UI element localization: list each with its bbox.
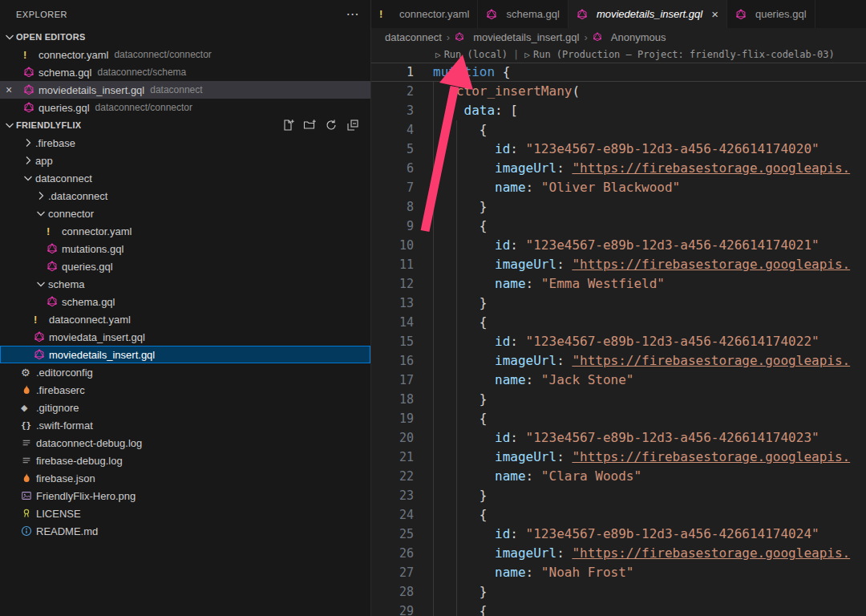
tree-item-moviedata_insert.gql[interactable]: moviedata_insert.gql [0, 328, 370, 346]
refresh-icon[interactable] [325, 119, 338, 132]
line-number[interactable]: 18 [371, 390, 414, 409]
line-number[interactable]: 1 [371, 63, 414, 81]
tab-queries.gql[interactable]: queries.gql [727, 0, 815, 28]
more-actions-icon[interactable]: ⋯ [346, 8, 360, 21]
code-line-content[interactable]: name: "Oliver Blackwood" [433, 178, 680, 197]
line-number[interactable]: 10 [371, 236, 414, 255]
line-number[interactable]: 19 [371, 409, 414, 428]
line-number[interactable]: 28 [371, 582, 414, 602]
line-number[interactable]: 27 [371, 563, 414, 582]
tree-item-dataconnect-debug.log[interactable]: dataconnect-debug.log [0, 434, 370, 452]
tree-item-connector[interactable]: connector [0, 205, 370, 222]
code-line-content[interactable]: name: "Emma Westfield" [433, 274, 665, 294]
line-number[interactable]: 13 [371, 294, 414, 313]
tree-item-firebase-debug.log[interactable]: firebase-debug.log [0, 452, 370, 469]
code-line-content[interactable]: } [433, 486, 487, 505]
line-number[interactable]: 22 [371, 467, 414, 486]
open-editor-schema.gql[interactable]: schema.gqldataconnect/schema [0, 63, 370, 81]
breadcrumb-item-dataconnect[interactable]: dataconnect [385, 31, 442, 43]
tree-item-queries.gql[interactable]: queries.gql [0, 257, 370, 275]
code-line-content[interactable]: id: "123e4567-e89b-12d3-a456-42661417402… [433, 525, 819, 544]
new-file-icon[interactable] [281, 119, 294, 132]
line-number[interactable]: 11 [371, 255, 414, 274]
code-line-content[interactable]: } [433, 390, 487, 409]
line-number[interactable]: 25 [371, 525, 414, 544]
line-number[interactable]: 5 [371, 140, 414, 159]
open-editor-moviedetails_insert.gql[interactable]: ×moviedetails_insert.gqldataconnect [0, 81, 370, 99]
line-number[interactable]: 6 [371, 159, 414, 178]
code-line-content[interactable]: name: "Noah Frost" [433, 563, 633, 582]
code-line-content[interactable]: } [433, 294, 487, 313]
tree-item-LICENSE[interactable]: LICENSE [0, 505, 370, 522]
line-number[interactable]: 4 [371, 120, 414, 140]
tree-item-FriendlyFlix-Hero.png[interactable]: FriendlyFlix-Hero.png [0, 487, 370, 505]
line-number[interactable]: 15 [371, 332, 414, 351]
code-line-content[interactable]: id: "123e4567-e89b-12d3-a456-42661417402… [433, 332, 819, 351]
line-number[interactable]: 12 [371, 274, 414, 294]
tab-close-icon[interactable]: × [711, 8, 718, 20]
codelens-Run (Production – Project: friendly-flix-codelab-03)[interactable]: ▷Run (Production – Project: friendly-fli… [524, 47, 834, 63]
open-editors-header[interactable]: OPEN EDITORS [0, 28, 370, 46]
line-number[interactable]: 23 [371, 486, 414, 505]
tree-item-app[interactable]: app [0, 152, 370, 169]
open-editor-connector.yaml[interactable]: !connector.yamldataconnect/connector [0, 46, 370, 63]
line-number[interactable]: 9 [371, 217, 414, 236]
tree-item-schema[interactable]: schema [0, 275, 370, 293]
breadcrumb-item-moviedetails_insert.gql[interactable]: moviedetails_insert.gql [455, 31, 579, 43]
open-editor-queries.gql[interactable]: queries.gqldataconnect/connector [0, 99, 370, 116]
line-number[interactable]: 29 [371, 602, 414, 616]
line-number[interactable]: 20 [371, 428, 414, 448]
code-line-content[interactable]: name: "Clara Woods" [433, 467, 641, 486]
tab-moviedetails_insert.gql[interactable]: moviedetails_insert.gql× [569, 0, 727, 28]
line-number[interactable]: 26 [371, 544, 414, 563]
code-line-content[interactable]: } [433, 582, 487, 602]
line-number[interactable]: 17 [371, 371, 414, 390]
code-line-content[interactable]: { [433, 409, 487, 428]
line-number[interactable]: 3 [371, 101, 414, 120]
code-line-content[interactable]: { [433, 313, 487, 332]
line-number[interactable]: 21 [371, 448, 414, 467]
line-number[interactable]: 7 [371, 178, 414, 197]
line-number[interactable]: 16 [371, 351, 414, 371]
code-line-content[interactable]: { [433, 602, 487, 616]
tree-item-.gitignore[interactable]: ◆.gitignore [0, 399, 370, 416]
code-line-content[interactable]: imageUrl: "https://firebasestorage.googl… [433, 159, 850, 178]
breadcrumb-item-Anonymous[interactable]: Anonymous [593, 31, 666, 43]
new-folder-icon[interactable] [303, 119, 316, 132]
tree-item-mutations.gql[interactable]: mutations.gql [0, 240, 370, 257]
folder-section-header[interactable]: FRIENDLYFLIX [0, 116, 370, 134]
code-line-content[interactable]: { [433, 217, 487, 236]
code-line-content[interactable]: } [433, 197, 487, 217]
code-line-content[interactable]: mutation { [433, 63, 510, 81]
collapse-all-icon[interactable] [346, 119, 359, 132]
tree-item-dataconnect.yaml[interactable]: !dataconnect.yaml [0, 310, 370, 328]
code-line-content[interactable]: imageUrl: "https://firebasestorage.googl… [433, 448, 850, 467]
line-number[interactable]: 14 [371, 313, 414, 332]
tree-item-.dataconnect[interactable]: .dataconnect [0, 187, 370, 205]
code-line-content[interactable]: imageUrl: "https://firebasestorage.googl… [433, 351, 850, 371]
code-line-content[interactable]: actor_insertMany( [433, 82, 580, 101]
line-number[interactable]: 2 [371, 82, 414, 101]
codelens-Run (local)[interactable]: ▷Run (local) [435, 47, 508, 63]
tab-connector.yaml[interactable]: !connector.yaml [371, 0, 478, 28]
code-line-content[interactable]: imageUrl: "https://firebasestorage.googl… [433, 544, 850, 563]
tree-item-.firebase[interactable]: .firebase [0, 134, 370, 152]
tab-schema.gql[interactable]: schema.gql [478, 0, 568, 28]
tree-item-.editorconfig[interactable]: ⚙.editorconfig [0, 363, 370, 381]
code-editor[interactable]: ▷Run (local)|▷Run (Production – Project:… [371, 46, 866, 616]
code-line-content[interactable]: id: "123e4567-e89b-12d3-a456-42661417402… [433, 428, 819, 448]
tree-item-moviedetails_insert.gql[interactable]: moviedetails_insert.gql [0, 346, 370, 363]
code-line-content[interactable]: name: "Jack Stone" [433, 371, 633, 390]
code-line-content[interactable]: data: [ [433, 101, 518, 120]
tree-item-connector.yaml[interactable]: !connector.yaml [0, 222, 370, 240]
tree-item-.swift-format[interactable]: {}.swift-format [0, 416, 370, 434]
tree-item-schema.gql[interactable]: schema.gql [0, 293, 370, 310]
code-line-content[interactable]: { [433, 120, 487, 140]
code-line-content[interactable]: { [433, 505, 487, 525]
tree-item-.firebaserc[interactable]: .firebaserc [0, 381, 370, 399]
line-number[interactable]: 24 [371, 505, 414, 525]
tree-item-README.md[interactable]: README.md [0, 522, 370, 540]
tree-item-dataconnect[interactable]: dataconnect [0, 169, 370, 187]
close-icon[interactable]: × [6, 81, 12, 99]
code-line-content[interactable]: id: "123e4567-e89b-12d3-a456-42661417402… [433, 140, 819, 159]
